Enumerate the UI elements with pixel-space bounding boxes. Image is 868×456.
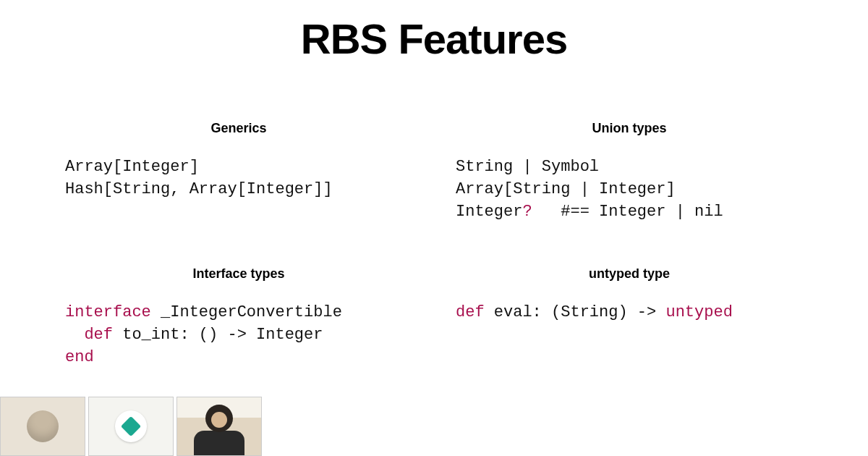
code-line: String | Symbol [456,158,599,176]
code-line: Array[String | Integer] [456,180,676,198]
heading-generics: Generics [65,121,412,136]
slide-title: RBS Features [0,0,868,63]
kw-def: def [84,326,113,344]
participant-thumbnail[interactable] [88,397,174,456]
heading-interface: Interface types [65,266,412,282]
section-untyped: untyped type def eval: (String) -> untyp… [456,266,803,368]
heading-union: Union types [456,121,803,136]
participant-thumbnails [0,397,262,456]
section-union: Union types String | Symbol Array[String… [456,121,803,223]
features-grid: Generics Array[Integer] Hash[String, Arr… [0,63,868,369]
kw-interface: interface [65,303,151,321]
kw-end: end [65,348,94,366]
ruby-gem-icon [121,416,141,436]
code-token: Integer [456,203,522,221]
interface-name: _IntegerConvertible [151,303,342,321]
code-union: String | Symbol Array[String | Integer] … [456,156,803,223]
participant-thumbnail[interactable] [176,397,262,456]
code-line: Array[Integer] [65,158,199,176]
section-interface: Interface types interface _IntegerConver… [65,266,412,368]
code-untyped: def eval: (String) -> untyped [456,302,803,324]
code-interface: interface _IntegerConvertible def to_int… [65,302,412,368]
code-comment: #== Integer | nil [532,203,723,221]
section-generics: Generics Array[Integer] Hash[String, Arr… [65,121,412,223]
code-line: Hash[String, Array[Integer]] [65,180,333,198]
method-sig: eval: (String) -> [485,303,666,321]
code-generics: Array[Integer] Hash[String, Array[Intege… [65,156,412,201]
participant-thumbnail[interactable] [0,397,85,456]
avatar-icon [27,410,59,442]
heading-untyped: untyped type [456,266,803,282]
code-qmark: ? [522,203,532,221]
kw-def: def [456,303,485,321]
badge-icon [115,410,147,442]
speaker-video-icon [190,405,248,455]
kw-untyped: untyped [665,303,732,321]
method-sig: to_int: () -> Integer [113,326,323,344]
